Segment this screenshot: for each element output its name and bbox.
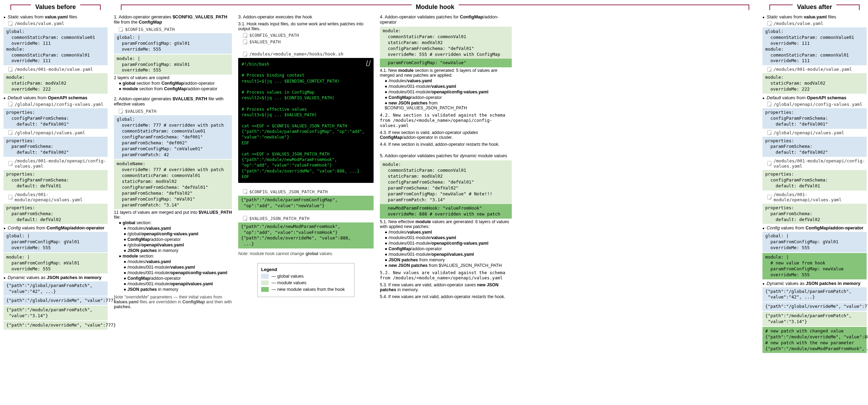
list-item: ● new JSON patches from $CONFIG_VALUES_J… bbox=[385, 101, 512, 110]
code-block: {"path":"/module/paramFromPatch", "value… bbox=[762, 312, 867, 326]
code-block: {"path":"/module/paramFromPatch", "value… bbox=[3, 306, 108, 320]
heading-dynamic: Dynamic values as JSON patches in memory bbox=[767, 281, 860, 286]
file-icon bbox=[8, 130, 12, 135]
code-block: module: | # new value from hook paramFro… bbox=[762, 253, 867, 279]
heading-static: Static values from value.yaml files bbox=[8, 14, 77, 19]
code-block: module: commonStaticParam: commonVal01 s… bbox=[380, 160, 512, 204]
heading-default: Default values from OpenAPI schemas bbox=[767, 95, 846, 100]
file-icon bbox=[243, 33, 247, 38]
list-item: ● ConfigMap/addon-operator bbox=[124, 276, 232, 281]
list-item: ● /modules/001-module/values.yaml bbox=[385, 235, 512, 240]
hook-step4: 4. Addon-operator validates patches for … bbox=[380, 14, 512, 300]
section-title: Values before bbox=[35, 3, 76, 11]
list: ● /modules/values.yaml● /global/openapi/… bbox=[114, 226, 232, 253]
list-item: ● JSON patches in memory bbox=[124, 248, 232, 253]
file-icon bbox=[243, 52, 247, 57]
file-icon bbox=[767, 102, 771, 107]
code-block: global: overrideMe: 777 # overridden wit… bbox=[114, 115, 232, 159]
code-block: paramFromConfigMap: "newValue" bbox=[380, 59, 512, 67]
code-block: global: commonStaticParam: commonValue01… bbox=[762, 27, 867, 65]
file-icon bbox=[767, 195, 771, 200]
list-item: ● /modules/001-module/values.yaml bbox=[124, 265, 232, 270]
heading-config: Config values from ConfigMap/addon-opera… bbox=[8, 225, 105, 230]
list-item: ● /modules/values.yaml bbox=[124, 259, 232, 264]
file-icon bbox=[243, 189, 247, 194]
hook-step1-2: 1. Addon-operator generates $CONFIG_VALU… bbox=[114, 14, 232, 309]
list: ● /modules/values.yaml● /modules/001-mod… bbox=[380, 78, 512, 110]
list: ● /modules/values.yaml● /modules/001-mod… bbox=[114, 259, 232, 292]
list-item: ● new JSON patches from $VALUES_JSON_PAT… bbox=[385, 263, 512, 268]
heading-dynamic: Dynamic values as JSON patches in memory bbox=[8, 275, 101, 280]
code-block: {"path":"/module/paramFromConfigMap", "o… bbox=[238, 196, 374, 210]
code-block: properties: paramFromSchema: default: "d… bbox=[3, 137, 108, 157]
list-item: ● ConfigMap/addon-operator bbox=[385, 95, 512, 100]
file-icon bbox=[767, 67, 771, 72]
code-block: module: staticParam: modVal02 overrideMe… bbox=[3, 73, 108, 94]
code-block: {"path":"/module/overrideMe", "value":77… bbox=[3, 321, 108, 330]
list-item: ● JSON patches in memory bbox=[124, 287, 232, 292]
shell-icon: ⎩⎭ bbox=[365, 60, 371, 67]
swatch-new bbox=[261, 287, 269, 292]
code-block: global: | paramFromConfigMap: gVal01 ove… bbox=[762, 232, 867, 252]
file-icon bbox=[8, 195, 12, 200]
list-item: ● /modules/001-module/openapi/config-val… bbox=[385, 90, 512, 94]
file-icon bbox=[8, 102, 12, 107]
list-item: ● JSON patches from memory bbox=[385, 258, 512, 262]
code-block: {"path":"/global/overrideMe", "value":77… bbox=[3, 296, 108, 305]
code-block: properties: configParamFromSchema: defau… bbox=[762, 108, 867, 129]
list-item: ● /global/openapi/values.yaml bbox=[124, 243, 232, 247]
code-block: global: commonStaticParam: commonValue01… bbox=[3, 27, 108, 65]
file-icon bbox=[767, 161, 771, 166]
code-block: properties: configParamFromSchema: defau… bbox=[3, 108, 108, 129]
code-block: properties: paramFromSchema: default: de… bbox=[762, 204, 867, 224]
code-block: # new patch with changed value {"path":"… bbox=[762, 327, 867, 353]
file-icon bbox=[119, 27, 123, 32]
file-icon bbox=[243, 40, 247, 44]
heading-default: Default values from OpenAPI schemas bbox=[8, 95, 87, 100]
file-icon bbox=[767, 21, 771, 26]
values-after-column: Values after ●Static values from value.y… bbox=[762, 3, 867, 354]
list-item: ● ConfigMap/addon-operator bbox=[385, 246, 512, 251]
code-block: newModParamFromHook: "valueFromHook" ove… bbox=[380, 204, 512, 219]
list-item: ● /global/openapi/config-values.yaml bbox=[124, 231, 232, 236]
file-icon bbox=[8, 161, 12, 166]
code-block: properties: configParamFromSchema: defau… bbox=[762, 170, 867, 191]
list-item: ● /modules/001-module/openapi/values.yam… bbox=[124, 281, 232, 286]
file-icon bbox=[767, 130, 771, 135]
file-icon bbox=[8, 67, 12, 72]
code-block: {"path":"/global/paramFromPatch", "value… bbox=[762, 287, 867, 302]
heading-static: Static values from value.yaml files bbox=[767, 14, 836, 19]
legend: Legend — global values — module values —… bbox=[257, 263, 354, 297]
code-block: properties: paramFromSchema: default: de… bbox=[3, 204, 108, 224]
swatch-global bbox=[261, 274, 269, 279]
values-before-column: Values before ●Static values from value.… bbox=[3, 3, 108, 330]
list-item: ● /modules/001-module/openapi/config-val… bbox=[385, 241, 512, 246]
section-title: Values after bbox=[797, 3, 832, 11]
code-block: {"path":"/module/newModParamFromHook", "… bbox=[238, 222, 374, 249]
code-block: global: | paramFromConfigMap: gVal01 ove… bbox=[114, 33, 232, 54]
code-block: module: | paramFromConfigMap: mVal01 ove… bbox=[114, 54, 232, 75]
file-icon bbox=[8, 21, 12, 26]
list: ● /modules/values.yaml● /modules/001-mod… bbox=[380, 230, 512, 268]
list-item: ● /modules/values.yaml bbox=[385, 230, 512, 235]
code-block: global: | paramFromConfigMap: gVal01 ove… bbox=[3, 232, 108, 252]
module-hook-column: Module hook 1. Addon-operator generates … bbox=[114, 3, 756, 309]
section-title: Module hook bbox=[416, 3, 454, 11]
code-block: moduleName: overrideMe: 777 # overridden… bbox=[114, 160, 232, 209]
code-block: module: | paramFromConfigMap: mVal01 ove… bbox=[3, 253, 108, 273]
heading-config: Config values from ConfigMap/addon-opera… bbox=[767, 225, 863, 230]
hook-step3: 3. Addon-operator executes the hook 3.1.… bbox=[238, 14, 374, 297]
list-item: ● ConfigMap/addon-operator bbox=[124, 237, 232, 242]
swatch-module bbox=[261, 280, 269, 285]
list-item: ● /modules/001-module/values.yaml bbox=[385, 84, 512, 89]
code-block: {"path":"/global/overrideMe", "value":77… bbox=[762, 302, 867, 311]
terminal: #!/bin/bash # Process binding context re… bbox=[238, 58, 374, 183]
code-block: {"path":"/global/paramFromPatch", "value… bbox=[3, 281, 108, 296]
code-block: module: staticParam: modVal02 overrideMe… bbox=[762, 73, 867, 94]
list-item: ● /modules/values.yaml bbox=[124, 226, 232, 231]
code-block: properties: paramFromSchema: default: "d… bbox=[762, 137, 867, 157]
list-item: ● /modules/001-module/openapi/values.yam… bbox=[385, 252, 512, 257]
code-block: properties: configParamFromSchema: defau… bbox=[3, 170, 108, 191]
list-item: ● /modules/001-module/openapi/config-val… bbox=[124, 270, 232, 275]
file-icon bbox=[243, 216, 247, 221]
